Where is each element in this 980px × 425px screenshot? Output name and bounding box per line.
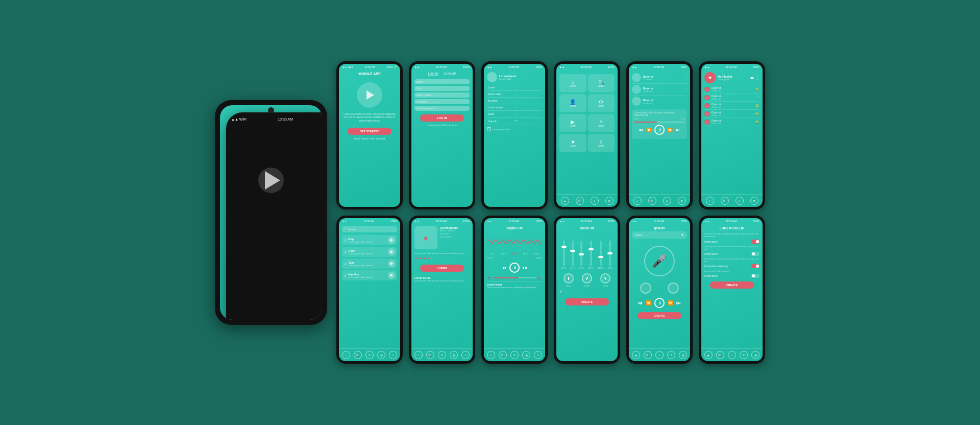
alnav-1[interactable]: ♪ (414, 351, 423, 359)
plnav-3[interactable]: ≡ (736, 197, 744, 205)
mic-create-btn[interactable]: CREATE (638, 312, 681, 319)
alnav-5[interactable]: ♫ (461, 351, 470, 359)
toggle-4[interactable] (751, 274, 760, 278)
snav-1[interactable]: ★ (704, 351, 713, 359)
more-icon[interactable]: ⋮ (755, 76, 760, 80)
genre-rock[interactable]: ♪ Rock Lorem ipsum dolor sit amet (342, 247, 397, 257)
pnav-4[interactable]: ⚙ (678, 197, 686, 205)
player-item-3[interactable]: Dolor sit 4 Dolor sit ♡ (632, 96, 687, 107)
next-btn[interactable]: ⏭ (676, 128, 680, 132)
eq-thumb-6[interactable] (607, 252, 612, 254)
pl-item-1[interactable]: ✓ Dolor sit4 Dolor sit 🔔 (704, 85, 760, 93)
mnav-2[interactable]: 🔍 (644, 351, 652, 359)
pl-action-4[interactable]: 🔔 (755, 112, 760, 116)
progress-bar[interactable] (634, 122, 685, 123)
knob-vocal-control[interactable] (600, 273, 610, 284)
vol-down-icon[interactable]: 🔈 (487, 276, 492, 280)
radio-next[interactable]: ⏭ (523, 265, 527, 270)
hiphop-play-btn[interactable] (388, 272, 395, 279)
knob-bass-control[interactable] (564, 273, 574, 284)
search-bar[interactable]: 🔍 Search... (342, 226, 397, 232)
welcome-play-icon[interactable] (357, 82, 382, 108)
dash-search[interactable]: 🔍 Lorem (588, 74, 615, 92)
menu-item-5[interactable]: Dolor› (487, 111, 542, 117)
email-input[interactable]: Email (414, 86, 470, 91)
mnav-1[interactable]: ★ (632, 351, 640, 359)
rnav-2[interactable]: 🔍 (499, 351, 507, 359)
dash-eq[interactable]: ≡ Lorem (588, 114, 615, 132)
mlnav-5[interactable]: ♫ (389, 351, 397, 359)
toggle-3[interactable] (751, 264, 760, 268)
eq-track-2[interactable] (572, 241, 574, 266)
pop-play-btn[interactable] (388, 237, 395, 244)
nav-4[interactable]: ⚙ (605, 197, 614, 205)
pl-item-3[interactable]: ✓ Dolor sit4 Dolor sit 🔔 (704, 102, 760, 110)
radio-prev[interactable]: ⏮ (502, 265, 506, 270)
login-tab[interactable]: LOG IN (428, 72, 438, 76)
radio-pause[interactable]: ⏸ (509, 263, 520, 273)
snav-4[interactable]: ≡ (740, 351, 748, 359)
dash-user[interactable]: 👤 Lorem (559, 94, 586, 112)
mic-prev[interactable]: ⏮ (638, 300, 643, 305)
heart-3[interactable]: ♡ (684, 99, 687, 103)
volume-bar[interactable] (493, 277, 536, 278)
eq-track-3[interactable] (580, 241, 582, 266)
name-input[interactable]: Name (414, 79, 470, 84)
genre-hiphop[interactable]: ♪ Hip Hop Lorem ipsum dolor sit amet (342, 270, 397, 280)
pl-item-4[interactable]: ✓ Dolor sit4 Dolor sit 🔔 (704, 110, 760, 118)
rnav-5[interactable]: ♫ (534, 351, 542, 359)
plnav-1[interactable]: ♪ (706, 197, 714, 205)
snav-5[interactable]: ⚙ (751, 351, 760, 359)
nav-3[interactable]: ≡ (591, 197, 599, 205)
dash-star[interactable]: ★ Lorem (559, 134, 586, 152)
toggle-1[interactable] (751, 240, 760, 244)
mic-knob-2[interactable] (668, 282, 679, 294)
menu-item-3[interactable]: Sit amet› (487, 98, 542, 104)
rnav-4[interactable]: ⚙ (522, 351, 530, 359)
mnav-5[interactable]: ⚙ (679, 351, 687, 359)
eq-track-1[interactable] (563, 241, 565, 266)
player-item-2[interactable]: Dolor sit 4 Dolor sit ♡ (632, 84, 687, 96)
vol-up-icon[interactable]: 🔊 (537, 276, 542, 280)
mic-ffw[interactable]: ⏩ (668, 300, 673, 305)
mic-pause[interactable]: ⏸ (654, 298, 665, 308)
menu-item-1[interactable]: Lorem› (487, 84, 542, 91)
toggle-2[interactable] (751, 252, 760, 256)
pnav-1[interactable]: ♪ (633, 197, 642, 205)
prev-btn[interactable]: ⏮ (639, 128, 643, 132)
eq-track-5[interactable] (600, 241, 602, 266)
eq-track-6[interactable] (609, 241, 611, 266)
knob-treble-control[interactable] (582, 273, 592, 284)
mic-dropdown[interactable]: Select... ▼ (632, 231, 687, 239)
pl-item-2[interactable]: ✓ Dolor sit4 Dolor sit ♡ (704, 93, 760, 102)
pl-action-2[interactable]: ♡ (756, 96, 760, 100)
eq-thumb-1[interactable] (561, 246, 567, 248)
rnav-3[interactable]: ≡ (510, 351, 519, 359)
dash-play[interactable]: ▶ Lorem (559, 114, 586, 132)
alnav-3[interactable]: ≡ (438, 351, 446, 359)
ffw-btn[interactable]: ⏩ (668, 128, 673, 132)
menu-item-4[interactable]: Lorem ipsum› (487, 104, 542, 111)
mnav-3[interactable]: ♪ (655, 351, 664, 359)
nav-1[interactable]: ★ (561, 197, 569, 205)
mic-next[interactable]: ⏭ (676, 300, 681, 305)
checkbox[interactable] (487, 127, 491, 131)
player-item-1[interactable]: Dolor sit 4 Dolor sit ♡ (632, 72, 687, 84)
mic-icon-circle[interactable]: 🎤 (644, 246, 675, 276)
confirm-password-input[interactable]: Confirm password (414, 106, 470, 111)
plnav-2[interactable]: 🔍 (721, 197, 729, 205)
pl-action-1[interactable]: 🔔 (755, 87, 760, 91)
snav-2[interactable]: 🔍 (716, 351, 724, 359)
dash-note[interactable]: ♫ Lorem (588, 134, 615, 152)
rock-play-btn[interactable] (388, 248, 395, 255)
mlnav-1[interactable]: ♪ (342, 351, 350, 359)
pnav-3[interactable]: ≡ (663, 197, 671, 205)
genre-pop[interactable]: ♪ Pop Lorem ipsum dolor sit amet (342, 235, 397, 245)
album-btn[interactable]: LOREM (420, 265, 464, 272)
jazz-play-btn[interactable] (388, 260, 395, 267)
login-button[interactable]: LOG IN (420, 114, 464, 122)
mlnav-3[interactable]: ≡ (365, 351, 374, 359)
password-input[interactable]: Password (414, 99, 470, 104)
dash-settings[interactable]: ⚙ Lorem (588, 94, 615, 112)
mnav-4[interactable]: ≡ (667, 351, 675, 359)
